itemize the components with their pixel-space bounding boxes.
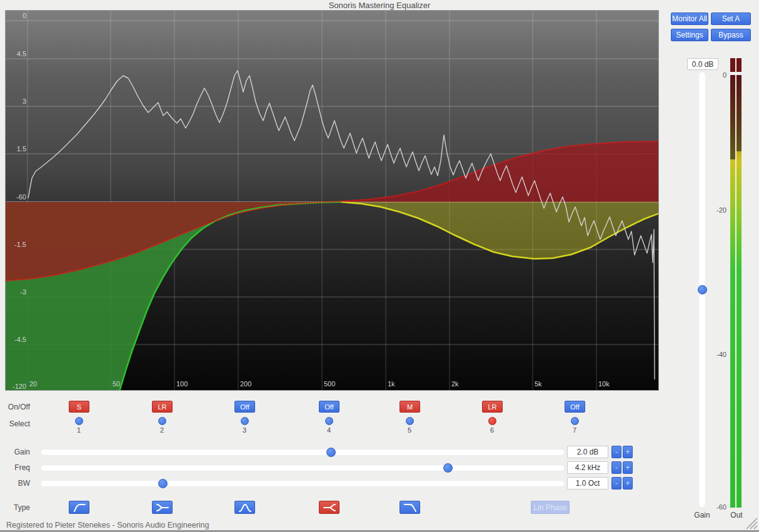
band-7-select-radio[interactable] (571, 417, 579, 425)
lowshelf-type-button[interactable] (152, 501, 173, 514)
db-axis-label: 1.5 (17, 145, 26, 153)
freq-increment-button[interactable]: + (623, 461, 633, 474)
band-7-onoff-button[interactable]: Off (565, 401, 585, 413)
resize-grip-icon[interactable] (744, 516, 758, 529)
freq-axis-label: 2k (451, 380, 459, 388)
lowpass-type-button[interactable] (400, 501, 420, 514)
freq-axis-label: 200 (240, 380, 251, 388)
band-1-number: 1 (69, 426, 88, 434)
freq-axis-label: 5k (535, 380, 542, 388)
gain-slider-thumb[interactable] (326, 448, 336, 457)
bw-value-box[interactable]: 1.0 Oct (567, 477, 608, 489)
lowshelf-icon (155, 502, 170, 513)
eq-graph[interactable]: 04.531.5-60-1.5-3-4.5-12020501002005001k… (5, 10, 659, 391)
band-2-number: 2 (153, 426, 171, 434)
gain-decrement-button[interactable]: - (611, 446, 621, 458)
freq-axis-label: 100 (176, 380, 188, 388)
gain-value-box[interactable]: 2.0 dB (567, 446, 608, 458)
gain-slider-caption: Gain (690, 511, 715, 519)
bw-slider-thumb[interactable] (158, 479, 168, 488)
meter-left-clip-segment (730, 58, 735, 72)
bw-increment-button[interactable]: + (623, 477, 633, 489)
lowpass-icon (403, 502, 418, 513)
band-4-number: 4 (319, 426, 338, 434)
type-row-label: Type (0, 503, 30, 512)
band-7-number: 7 (565, 426, 584, 434)
band-3-select-radio[interactable] (241, 417, 249, 425)
db-axis-label: -1.5 (14, 241, 26, 248)
highshelf-icon (322, 502, 337, 513)
db-axis-label: -120 (13, 383, 26, 390)
meter-scale-label: 0 (708, 71, 726, 79)
bypass-label: Bypass (718, 31, 743, 39)
meter-scale-label: -40 (708, 351, 726, 358)
band-yellow-fill (341, 202, 658, 259)
output-gain-readout[interactable]: 0.0 dB (687, 58, 718, 70)
highpass-icon (72, 502, 87, 513)
freq-axis-label: 1k (388, 380, 395, 388)
db-axis-label: -4.5 (14, 336, 26, 343)
freq-axis-label: 50 (113, 380, 120, 388)
band-2-onoff-button[interactable]: LR (152, 401, 173, 413)
onoff-row-label: On/Off (0, 403, 30, 411)
freq-slider-track[interactable] (41, 465, 565, 471)
freq-decrement-button[interactable]: - (611, 461, 621, 474)
band-3-onoff-button[interactable]: Off (234, 401, 255, 413)
settings-button[interactable]: Settings (671, 29, 708, 41)
meter-left-dim-overlay (730, 75, 735, 159)
select-row-label: Select (0, 419, 30, 428)
meter-right-clip-segment (736, 58, 741, 72)
gain-slider-track[interactable] (41, 449, 565, 455)
freq-axis-label: 20 (29, 380, 37, 388)
freq-slider-thumb[interactable] (443, 463, 453, 473)
freq-axis-label: 10k (598, 380, 610, 388)
db-axis-label: -3 (20, 288, 26, 296)
band-2-select-radio[interactable] (158, 417, 166, 425)
band-5-onoff-button[interactable]: M (400, 401, 420, 413)
freq-slider-label: Freq (0, 463, 30, 472)
eq-graph-canvas[interactable]: 04.531.5-60-1.5-3-4.5-12020501002005001k… (6, 11, 658, 390)
band-1-onoff-button[interactable]: S (69, 401, 89, 413)
window-title: Sonoris Mastering Equalizer (0, 1, 759, 10)
meter-right-dim-overlay (736, 75, 741, 151)
monitor-all-button[interactable]: Monitor All (671, 13, 708, 25)
set-a-label: Set A (722, 14, 740, 23)
meter-scale-label: -60 (708, 503, 726, 511)
db-axis-label: 0 (23, 12, 26, 19)
highpass-type-button[interactable] (69, 501, 89, 514)
settings-label: Settings (676, 31, 703, 39)
meter-scale-label: -20 (708, 206, 726, 214)
bell-icon (238, 502, 253, 513)
band-6-number: 6 (483, 426, 501, 434)
bw-slider-label: BW (0, 479, 30, 488)
band-4-select-radio[interactable] (325, 417, 333, 425)
db-axis-label: 3 (23, 98, 26, 105)
band-4-onoff-button[interactable]: Off (319, 401, 339, 413)
band-1-select-radio[interactable] (75, 417, 83, 425)
lin-phase-label: Lin Phase (533, 503, 566, 512)
registration-status: Registered to Pieter Stenekes - Sonoris … (6, 521, 209, 529)
db-axis-label: 4.5 (17, 50, 26, 58)
gain-slider-label: Gain (0, 448, 30, 456)
freq-axis-label: 500 (324, 380, 335, 388)
band-6-select-radio[interactable] (488, 417, 496, 425)
lin-phase-button[interactable]: Lin Phase (531, 501, 570, 514)
output-gain-slider-thumb[interactable] (698, 285, 707, 294)
band-3-number: 3 (235, 426, 254, 434)
freq-value-box[interactable]: 4.2 kHz (567, 461, 608, 474)
set-a-button[interactable]: Set A (711, 13, 751, 25)
bell-type-button[interactable] (234, 501, 255, 514)
band-5-select-radio[interactable] (406, 417, 414, 425)
band-5-number: 5 (400, 426, 419, 434)
bw-decrement-button[interactable]: - (611, 477, 621, 489)
highshelf-type-button[interactable] (319, 501, 339, 514)
bw-slider-track[interactable] (41, 481, 565, 486)
gain-increment-button[interactable]: + (623, 446, 633, 458)
monitor-all-label: Monitor All (672, 14, 707, 23)
bypass-button[interactable]: Bypass (711, 29, 751, 41)
db-axis-label: -60 (16, 193, 26, 201)
band-6-onoff-button[interactable]: LR (482, 401, 503, 413)
